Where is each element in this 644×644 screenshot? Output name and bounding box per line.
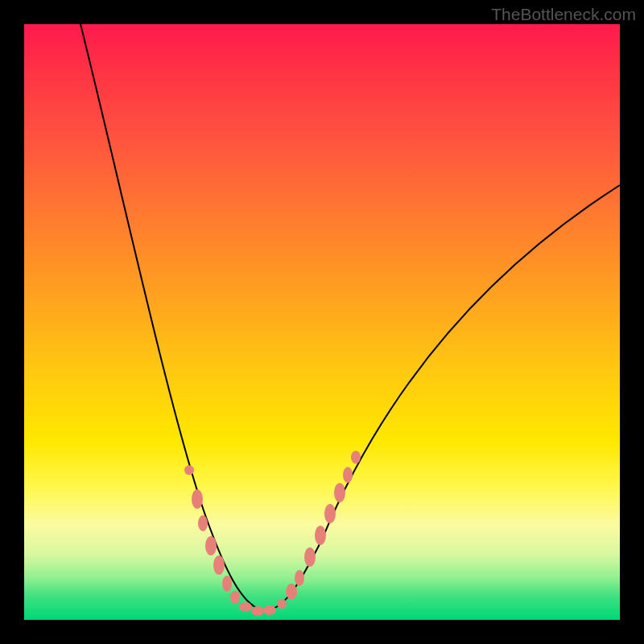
marker-point <box>334 483 345 502</box>
marker-point <box>251 606 264 616</box>
marker-point <box>277 599 287 609</box>
marker-point <box>184 465 194 475</box>
marker-point <box>315 526 326 545</box>
watermark-text: TheBottleneck.com <box>491 5 636 24</box>
marker-group <box>184 451 361 616</box>
bottleneck-curve <box>80 24 620 610</box>
marker-point <box>205 536 217 555</box>
marker-point <box>343 467 353 483</box>
marker-point <box>304 547 316 567</box>
marker-point <box>192 489 203 509</box>
marker-point <box>230 591 240 604</box>
marker-point <box>324 504 336 523</box>
marker-point <box>213 555 225 575</box>
chart-plot-area <box>24 24 620 620</box>
chart-svg <box>24 24 620 620</box>
marker-point <box>198 515 208 531</box>
marker-point <box>263 605 276 615</box>
marker-point <box>351 451 361 464</box>
marker-point <box>295 570 304 586</box>
marker-point <box>239 602 252 612</box>
marker-point <box>222 576 232 592</box>
marker-point <box>286 584 297 600</box>
